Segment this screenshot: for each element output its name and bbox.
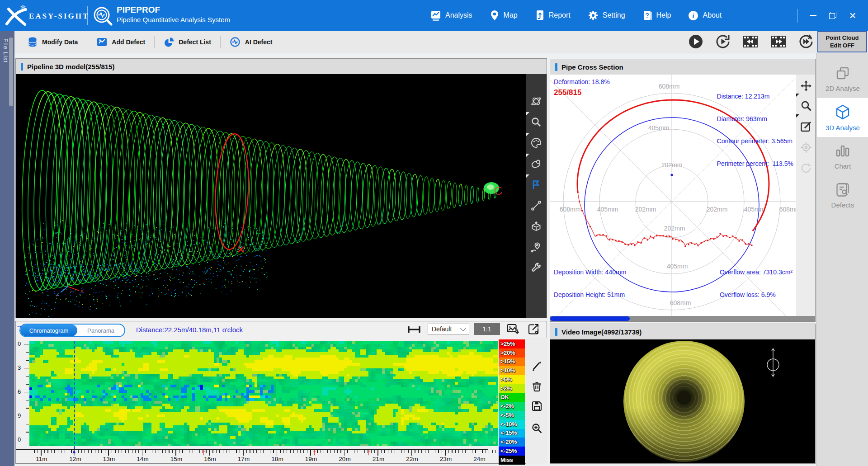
cross-section-scrollbar[interactable] bbox=[550, 316, 815, 321]
width-ruler-icon[interactable] bbox=[407, 325, 421, 334]
window-divider bbox=[797, 9, 798, 23]
ruler-tick bbox=[172, 450, 173, 453]
export-view-icon[interactable] bbox=[528, 324, 540, 335]
3d-tool-strip bbox=[526, 74, 547, 318]
center-target-tool[interactable] bbox=[800, 141, 811, 152]
header-divider bbox=[87, 6, 88, 25]
ruler-tick bbox=[377, 450, 378, 456]
sidebar-item-2d-analyse[interactable]: 2D Analyse bbox=[817, 59, 868, 98]
nav-map[interactable]: Map bbox=[490, 10, 518, 21]
distance-ruler[interactable]: 11m12m13m14m15m16m17m18m19m20m21m22m23m2… bbox=[16, 449, 547, 464]
deposition-dot bbox=[722, 235, 724, 237]
wrench-tool[interactable] bbox=[531, 262, 542, 273]
add-defect-button[interactable]: Add Defect bbox=[87, 37, 154, 47]
ratio-1-1-button[interactable]: 1:1 bbox=[474, 323, 500, 335]
ruler-tick bbox=[81, 450, 82, 453]
ruler-tick bbox=[263, 450, 264, 453]
scale-select[interactable]: Default bbox=[428, 324, 469, 334]
ring-label: 405mm bbox=[648, 124, 670, 132]
video-viewport[interactable] bbox=[550, 339, 815, 463]
zoom-tool[interactable] bbox=[531, 117, 542, 127]
measure-line-tool[interactable] bbox=[531, 200, 542, 211]
nav-analysis[interactable]: Analysis bbox=[430, 10, 472, 21]
ruler-tick bbox=[270, 450, 270, 453]
slice-tool[interactable] bbox=[531, 158, 542, 169]
deposition-dot bbox=[627, 244, 629, 245]
cross-section-plot[interactable]: 608mm405mm202mm202mm405mm608mm608mm405mm… bbox=[550, 75, 796, 316]
zoom-in-tool[interactable] bbox=[531, 423, 542, 433]
play-button[interactable] bbox=[688, 34, 703, 49]
delete-tool[interactable] bbox=[531, 381, 542, 391]
flag-mark-tool[interactable] bbox=[531, 179, 542, 190]
ruler-tick bbox=[290, 450, 291, 453]
deposition-dot bbox=[745, 243, 746, 244]
point-cloud-canvas[interactable] bbox=[16, 74, 526, 318]
ruler-tick bbox=[371, 450, 371, 453]
submenu-marker bbox=[526, 174, 529, 178]
nav-about[interactable]: i About bbox=[688, 10, 722, 21]
deposition-dot bbox=[729, 237, 730, 238]
ruler-tick bbox=[455, 450, 456, 453]
deposition-dot bbox=[596, 235, 597, 236]
ruler-label: 20m bbox=[337, 456, 353, 462]
rotate-3d-tool[interactable] bbox=[531, 96, 542, 107]
deposition-dot bbox=[684, 246, 686, 247]
file-list-scrollbar[interactable] bbox=[9, 38, 13, 106]
axis-label: 0 bbox=[18, 340, 21, 347]
sidebar-item-3d-analyse[interactable]: 3D Analyse bbox=[817, 98, 868, 137]
defect-list-button[interactable]: Defect List bbox=[155, 37, 220, 47]
file-list-tab[interactable]: File List bbox=[2, 38, 9, 63]
ruler-tick bbox=[303, 450, 304, 453]
tab-panorama[interactable]: Panorama bbox=[77, 325, 124, 336]
pen-annotate-tool[interactable] bbox=[531, 360, 542, 371]
minimize-button[interactable] bbox=[804, 6, 822, 24]
ruler-tick bbox=[260, 450, 260, 453]
zoom-tool[interactable] bbox=[800, 100, 811, 111]
legend-row: >25% bbox=[499, 339, 525, 348]
deposition-dot bbox=[599, 234, 600, 235]
axis-label: 9 bbox=[18, 412, 21, 419]
chromatogram-heatmap[interactable] bbox=[29, 341, 498, 446]
pin-route-tool[interactable] bbox=[531, 242, 542, 253]
save-tool[interactable] bbox=[531, 400, 542, 411]
heatmap-canvas[interactable] bbox=[29, 341, 498, 446]
rotate-tool[interactable] bbox=[800, 162, 811, 173]
modify-data-button[interactable]: Modify Data bbox=[18, 37, 87, 48]
deposition-dot bbox=[710, 238, 711, 239]
point-cloud-edit-toggle[interactable]: Point Cloud Edit OFF bbox=[817, 31, 867, 52]
next-frame-button[interactable] bbox=[770, 34, 787, 49]
ruler-tick bbox=[230, 450, 230, 453]
fast-forward-button[interactable] bbox=[798, 34, 814, 49]
ruler-tick bbox=[41, 450, 41, 456]
pan-tool[interactable] bbox=[800, 80, 811, 91]
axis-tick bbox=[26, 384, 29, 384]
export-box-tool[interactable] bbox=[531, 221, 542, 232]
point-cloud-viewport[interactable] bbox=[16, 74, 526, 318]
scrollbar-thumb[interactable] bbox=[550, 316, 630, 321]
nav-help[interactable]: ? Help bbox=[642, 10, 671, 21]
deposition-dot bbox=[612, 239, 613, 240]
deposition-dot bbox=[577, 192, 578, 193]
loop-play-button[interactable] bbox=[715, 34, 731, 49]
deposition-dot bbox=[681, 241, 683, 242]
prev-frame-button[interactable] bbox=[742, 34, 759, 49]
diameter-stat: Diameter: 963mm bbox=[717, 115, 793, 123]
ruler-tick bbox=[253, 450, 254, 453]
close-button[interactable]: × bbox=[844, 6, 862, 24]
restore-button[interactable] bbox=[824, 6, 842, 24]
distance-stat: Distance: 12.213m bbox=[717, 93, 793, 101]
edit-tool[interactable] bbox=[800, 121, 811, 132]
palette-tool[interactable] bbox=[531, 137, 542, 148]
ruler-tick bbox=[233, 450, 233, 453]
save-image-icon[interactable] bbox=[507, 324, 519, 335]
sidebar-item-chart[interactable]: Chart bbox=[817, 137, 868, 176]
sidebar-item-defects[interactable]: Defects bbox=[817, 176, 868, 215]
right-sidebar: 2D Analyse 3D Analyse Chart Defects bbox=[816, 53, 868, 466]
nav-report[interactable]: Report bbox=[535, 10, 571, 21]
nav-setting[interactable]: Setting bbox=[588, 10, 625, 21]
deposition-dot bbox=[675, 239, 676, 240]
map-pin-icon bbox=[490, 10, 500, 21]
title-accent-bar bbox=[21, 63, 23, 71]
help-book-icon: ? bbox=[642, 10, 652, 21]
ai-defect-button[interactable]: AI Defect bbox=[221, 37, 282, 47]
